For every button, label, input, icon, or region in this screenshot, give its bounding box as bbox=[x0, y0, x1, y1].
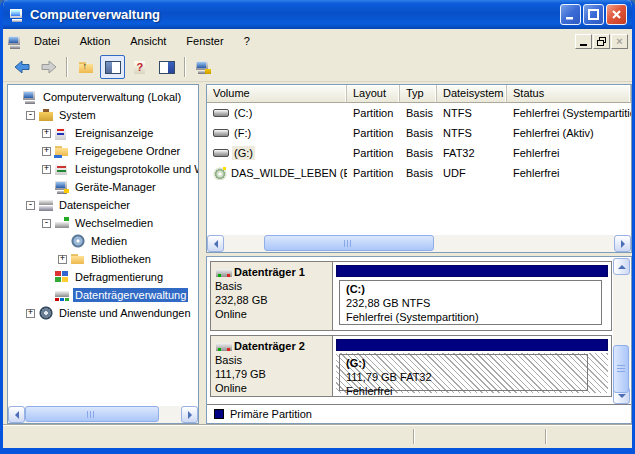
show-hide-console-tree-button[interactable] bbox=[100, 55, 125, 79]
scroll-left-button[interactable] bbox=[8, 406, 25, 423]
expand-toggle[interactable] bbox=[42, 273, 51, 282]
tree-item-freigegebene-ordner[interactable]: + Freigegebene Ordner bbox=[8, 142, 198, 160]
back-button[interactable] bbox=[9, 55, 34, 79]
legend-label: Primäre Partition bbox=[230, 408, 312, 420]
expand-toggle[interactable] bbox=[58, 237, 67, 246]
volume-typ: Basis bbox=[400, 147, 437, 159]
partition-status: Fehlerfrei (Systempartition) bbox=[346, 310, 595, 324]
help-button[interactable] bbox=[127, 55, 152, 79]
tree-item-wechselmedien[interactable]: - Wechselmedien bbox=[8, 214, 198, 232]
menu-datei[interactable]: Datei bbox=[25, 32, 69, 50]
expand-toggle[interactable]: - bbox=[42, 219, 51, 228]
expand-toggle[interactable] bbox=[42, 183, 51, 192]
scrollbar-thumb[interactable] bbox=[613, 345, 629, 393]
menu-hilfe[interactable]: ? bbox=[235, 32, 259, 50]
removable-media-icon bbox=[54, 216, 70, 230]
tree-item-system[interactable]: - System bbox=[8, 106, 198, 124]
column-header-volume[interactable]: Volume bbox=[207, 85, 347, 103]
storage-icon bbox=[38, 198, 54, 212]
volume-typ: Basis bbox=[400, 167, 437, 179]
expand-toggle[interactable] bbox=[42, 291, 51, 300]
mdi-minimize-button[interactable] bbox=[575, 34, 592, 49]
mdi-close-button[interactable]: × bbox=[611, 34, 628, 49]
scrollbar-track[interactable] bbox=[613, 275, 630, 387]
title-bar[interactable]: Computerverwaltung bbox=[3, 0, 632, 29]
volume-row-g[interactable]: (G:) Partition Basis FAT32 Fehlerfrei bbox=[207, 143, 631, 163]
tree-item-datenspeicher[interactable]: - Datenspeicher bbox=[8, 196, 198, 214]
expand-toggle[interactable]: + bbox=[58, 255, 67, 264]
tree-item-label: Geräte-Manager bbox=[73, 180, 158, 194]
tree-item-leistungsprotokolle[interactable]: + Leistungsprotokolle und War bbox=[8, 160, 198, 178]
scroll-left-button[interactable] bbox=[207, 235, 224, 252]
expand-toggle[interactable] bbox=[10, 93, 19, 102]
scrollbar-track[interactable] bbox=[25, 406, 181, 423]
close-button[interactable] bbox=[606, 4, 627, 25]
mdi-restore-button[interactable] bbox=[593, 34, 610, 49]
disk-icon bbox=[215, 266, 233, 279]
disk-type: Basis bbox=[215, 279, 328, 293]
help-icon bbox=[133, 60, 147, 74]
disk-1-partition[interactable]: (C:) 232,88 GB NTFS Fehlerfrei (Systempa… bbox=[333, 262, 611, 330]
expand-toggle[interactable]: - bbox=[26, 111, 35, 120]
up-level-button[interactable] bbox=[73, 55, 98, 79]
disk-size: 232,88 GB bbox=[215, 293, 328, 307]
partition-info: 232,88 GB NTFS bbox=[346, 296, 595, 310]
manage-computer-button[interactable] bbox=[191, 55, 216, 79]
column-header-dateisystem[interactable]: Dateisystem bbox=[437, 85, 507, 103]
show-hide-action-pane-button[interactable] bbox=[154, 55, 179, 79]
minimize-button[interactable] bbox=[560, 4, 581, 25]
disk-view-vertical-scrollbar[interactable] bbox=[613, 258, 630, 404]
scrollbar-thumb[interactable] bbox=[264, 235, 434, 251]
volume-row-e[interactable]: DAS_WILDE_LEBEN (E:) Partition Basis UDF… bbox=[207, 163, 631, 183]
disk-row-1: Datenträger 1 Basis 232,88 GB Online (C:… bbox=[210, 261, 612, 331]
status-section bbox=[3, 425, 413, 448]
performance-logs-icon bbox=[54, 162, 70, 176]
computer-icon bbox=[22, 90, 38, 104]
tree-item-geraete-manager[interactable]: Geräte-Manager bbox=[8, 178, 198, 196]
tree-item-defragmentierung[interactable]: Defragmentierung bbox=[8, 268, 198, 286]
media-icon bbox=[70, 234, 86, 248]
menu-fenster[interactable]: Fenster bbox=[177, 32, 232, 50]
volume-layout: Partition bbox=[347, 107, 400, 119]
disk-2-partition[interactable]: (G:) 111,79 GB FAT32 Fehlerfrei bbox=[333, 336, 611, 396]
volume-name-selected: (G:) bbox=[232, 146, 255, 160]
defrag-icon bbox=[54, 270, 70, 284]
menu-ansicht[interactable]: Ansicht bbox=[121, 32, 175, 50]
expand-toggle[interactable]: + bbox=[42, 129, 51, 138]
tree-item-computerverwaltung[interactable]: Computerverwaltung (Lokal) bbox=[8, 88, 198, 106]
computer-management-window: Computerverwaltung Datei Aktion Ansicht … bbox=[0, 0, 635, 454]
mdi-close-icon: × bbox=[616, 36, 622, 46]
column-header-layout[interactable]: Layout bbox=[347, 85, 400, 103]
tree-horizontal-scrollbar[interactable] bbox=[8, 406, 198, 423]
volume-list-horizontal-scrollbar[interactable] bbox=[207, 235, 631, 252]
column-header-typ[interactable]: Typ bbox=[400, 85, 437, 103]
tree-item-datentraegerverwaltung[interactable]: Datenträgerverwaltung bbox=[8, 286, 198, 304]
scrollbar-thumb[interactable] bbox=[25, 406, 159, 422]
scrollbar-track[interactable] bbox=[224, 235, 614, 252]
disk-1-info-box[interactable]: Datenträger 1 Basis 232,88 GB Online bbox=[211, 262, 333, 330]
volume-row-c[interactable]: (C:) Partition Basis NTFS Fehlerfrei (Sy… bbox=[207, 103, 631, 123]
toolbar-separator bbox=[184, 57, 186, 77]
expand-toggle[interactable]: - bbox=[26, 201, 35, 210]
expand-toggle[interactable]: + bbox=[42, 147, 51, 156]
tree-item-bibliotheken[interactable]: + Bibliotheken bbox=[8, 250, 198, 268]
tree-item-label: Computerverwaltung (Lokal) bbox=[41, 90, 183, 104]
expand-toggle[interactable]: + bbox=[26, 309, 35, 318]
scroll-right-button[interactable] bbox=[614, 235, 631, 252]
maximize-button[interactable] bbox=[583, 4, 604, 25]
partition-color-band bbox=[336, 265, 608, 277]
volume-filesystem: FAT32 bbox=[437, 147, 507, 159]
tree-item-ereignisanzeige[interactable]: + Ereignisanzeige bbox=[8, 124, 198, 142]
tree-item-label: System bbox=[57, 108, 98, 122]
scroll-right-button[interactable] bbox=[181, 406, 198, 423]
expand-toggle[interactable]: + bbox=[42, 165, 51, 174]
disk-2-info-box[interactable]: Datenträger 2 Basis 111,79 GB Online bbox=[211, 336, 333, 396]
volume-row-f[interactable]: (F:) Partition Basis NTFS Fehlerfrei (Ak… bbox=[207, 123, 631, 143]
column-header-status[interactable]: Status bbox=[507, 85, 631, 103]
menu-aktion[interactable]: Aktion bbox=[71, 32, 120, 50]
tree-item-medien[interactable]: Medien bbox=[8, 232, 198, 250]
tree-item-dienste-und-anwendungen[interactable]: + Dienste und Anwendungen bbox=[8, 304, 198, 322]
forward-button[interactable] bbox=[36, 55, 61, 79]
scroll-up-button[interactable] bbox=[613, 258, 630, 275]
up-level-folder-icon bbox=[78, 60, 94, 74]
